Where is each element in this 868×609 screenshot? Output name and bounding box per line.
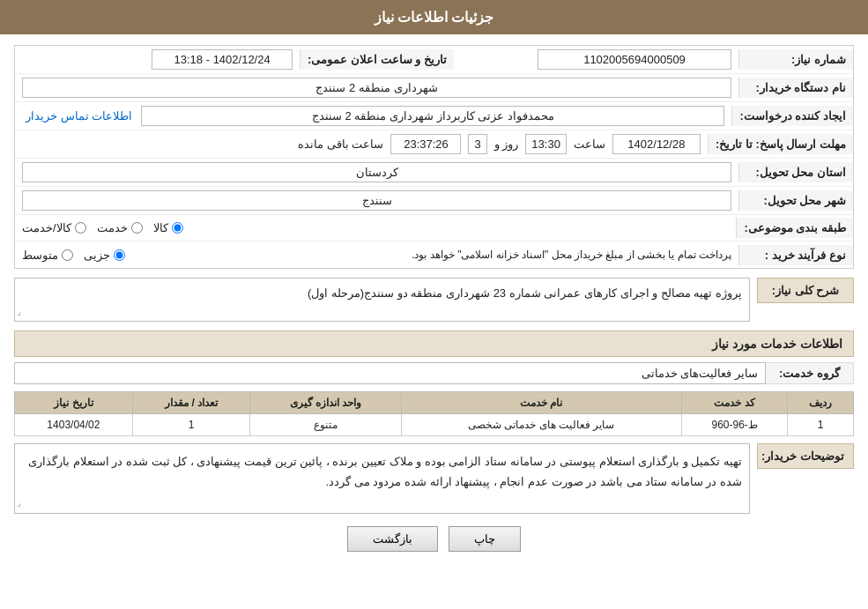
roz-label: روز و — [494, 137, 519, 151]
ijad-konande-link[interactable]: اطلاعات تماس خریدار — [26, 109, 132, 123]
tozihat-box: تهیه تکمیل و بارگذاری استعلام پیوستی در … — [14, 443, 750, 514]
table-body: 1 ط-96-960 سایر فعالیت های خدماتی شخصی م… — [15, 414, 854, 436]
table-header-row: ردیف کد خدمت نام خدمت واحد اندازه گیری ت… — [15, 392, 854, 414]
resize-handle[interactable]: ⌟ — [17, 304, 21, 319]
tarikh-elan-value-cell: 1402/12/24 - 13:18 — [15, 46, 300, 73]
radio-motavaset[interactable]: متوسط — [22, 249, 73, 262]
mohlat-value-cell: 1402/12/28 ساعت 13:30 روز و 3 23:37:26 س… — [15, 130, 708, 158]
ijad-value: محمدفواد عزتی کاربرداز شهرداری منطقه 2 س… — [141, 106, 724, 126]
radio-jozi-input[interactable] — [114, 249, 125, 261]
tarikh-elan-label: تاریخ و ساعت اعلان عمومی: — [300, 49, 454, 70]
col-radif: ردیف — [788, 392, 854, 414]
tabaqe-value-cell: کالا/خدمت خدمت کالا — [15, 218, 736, 238]
shahr-value: سنندج — [22, 190, 731, 211]
radio-khadamat-label: خدمت — [97, 221, 128, 234]
radio-kala-input[interactable] — [172, 222, 183, 234]
row-navoe: نوع فرآیند خرید : متوسط جزیی — [15, 241, 853, 268]
page-title: جزئیات اطلاعات نیاز — [375, 10, 494, 25]
radio-jozi[interactable]: جزیی — [84, 249, 125, 262]
radio-kala[interactable]: کالا — [153, 221, 183, 234]
radio-motavaset-label: متوسط — [22, 249, 58, 262]
radio-khadamat-input[interactable] — [131, 222, 143, 234]
ijad-label: ایجاد کننده درخواست: — [731, 106, 853, 126]
ostan-label: استان محل تحویل: — [738, 162, 853, 182]
col-vahed: واحد اندازه گیری — [250, 392, 401, 414]
ostan-value: کردستان — [22, 162, 731, 182]
shahr-label: شهر محل تحویل: — [738, 190, 853, 211]
radio-jozi-label: جزیی — [84, 249, 110, 262]
radio-kala-khadamat-input[interactable] — [75, 222, 86, 234]
cell-tedad: 1 — [132, 414, 250, 436]
page-header: جزئیات اطلاعات نیاز — [0, 0, 868, 34]
ostan-value-cell: کردستان — [15, 159, 738, 186]
cell-nam: سایر فعالیت های خدماتی شخصی — [401, 414, 681, 436]
shomara-niaz-value: 1102005694000509 — [538, 49, 731, 70]
gorohe-row: گروه خدمت: سایر فعالیت‌های خدماتی — [14, 362, 854, 384]
gorohe-label: گروه خدمت: — [766, 362, 854, 384]
dastgah-value-cell: شهرداری منطقه 2 سنندج — [15, 74, 738, 101]
radio-khadamat[interactable]: خدمت — [97, 221, 143, 234]
btn-bazgasht[interactable]: بازگشت — [347, 526, 438, 552]
col-kod: کد خدمت — [681, 392, 787, 414]
radio-kala-khadamat-label: کالا/خدمت — [22, 221, 71, 234]
main-info-section: شماره نیاز: 1102005694000509 تاریخ و ساع… — [14, 45, 854, 269]
services-table: ردیف کد خدمت نام خدمت واحد اندازه گیری ت… — [14, 391, 854, 436]
ijad-value-cell: محمدفواد عزتی کاربرداز شهرداری منطقه 2 س… — [15, 102, 731, 130]
row-mohlat: مهلت ارسال پاسخ: تا تاریخ: 1402/12/28 سا… — [15, 130, 853, 159]
saat-mande-label: ساعت باقی مانده — [298, 137, 383, 151]
cell-radif: 1 — [788, 414, 854, 436]
cell-tarikh: 1403/04/02 — [15, 414, 133, 436]
col-tarikh: تاریخ نیاز — [15, 392, 133, 414]
sharh-label: شرح کلی نیاز: — [757, 278, 854, 303]
tozihat-row: توضیحات خریدار: تهیه تکمیل و بارگذاری اس… — [14, 443, 854, 514]
mohlat-label: مهلت ارسال پاسخ: تا تاریخ: — [708, 134, 853, 154]
resize-handle-2[interactable]: ⌟ — [17, 495, 21, 511]
col-tedad: تعداد / مقدار — [132, 392, 250, 414]
cell-kod: ط-96-960 — [681, 414, 787, 436]
row-ostan: استان محل تحویل: کردستان — [15, 159, 853, 187]
radio-kala-khadamat[interactable]: کالا/خدمت — [22, 221, 86, 234]
col-nam: نام خدمت — [401, 392, 681, 414]
saat-value: 13:30 — [525, 134, 567, 154]
button-row: چاپ بازگشت — [14, 526, 854, 566]
date-value: 1402/12/28 — [612, 134, 701, 154]
saat-label: ساعت — [574, 137, 605, 151]
navoe-value-cell: متوسط جزیی پرداخت تمام یا بخشی از مبلغ خ… — [15, 245, 738, 265]
navoe-description: پرداخت تمام یا بخشی از مبلغ خریداز محل "… — [136, 249, 731, 261]
sharh-box: پروژه تهیه مصالح و اجرای کارهای عمرانی ش… — [14, 278, 750, 322]
row-ijad: ایجاد کننده درخواست: محمدفواد عزتی کاربر… — [15, 102, 853, 130]
row-dastgah: نام دستگاه خریدار: شهرداری منطقه 2 سنندج — [15, 74, 853, 102]
khadamat-section-header: اطلاعات خدمات مورد نیاز — [14, 330, 854, 357]
radio-kala-label: کالا — [153, 221, 168, 234]
shomara-label: شماره نیاز: — [738, 49, 853, 70]
dastgah-value: شهرداری منطقه 2 سنندج — [22, 78, 731, 98]
row-shahr: شهر محل تحویل: سنندج — [15, 187, 853, 215]
timer-value: 23:37:26 — [390, 134, 461, 154]
cell-vahed: متنوع — [250, 414, 401, 436]
dastgah-label: نام دستگاه خریدار: — [738, 78, 853, 98]
sharh-value: پروژه تهیه مصالح و اجرای کارهای عمرانی ش… — [308, 286, 742, 300]
tarikh-elan-value: 1402/12/24 - 13:18 — [152, 49, 293, 70]
table-row: 1 ط-96-960 سایر فعالیت های خدماتی شخصی م… — [15, 414, 854, 436]
shomara-value-cell: 1102005694000509 — [454, 46, 738, 73]
tozihat-label: توضیحات خریدار: — [757, 443, 854, 469]
tabaqe-label: طبقه بندی موضوعی: — [736, 218, 853, 238]
row-shomara: شماره نیاز: 1102005694000509 تاریخ و ساع… — [15, 46, 853, 74]
gorohe-value: سایر فعالیت‌های خدماتی — [14, 362, 766, 384]
timer-row: 1402/12/28 ساعت 13:30 روز و 3 23:37:26 س… — [22, 134, 701, 154]
shahr-value-cell: سنندج — [15, 187, 738, 214]
radio-motavaset-input[interactable] — [62, 249, 73, 261]
roz-value: 3 — [468, 134, 486, 154]
btn-chap[interactable]: چاپ — [449, 526, 521, 552]
navoe-label: نوع فرآیند خرید : — [738, 245, 853, 265]
row-tabaqe: طبقه بندی موضوعی: کالا/خدمت خدمت کالا — [15, 215, 853, 241]
tozihat-value: تهیه تکمیل و بارگذاری استعلام پیوستی در … — [28, 455, 742, 488]
sharh-row: شرح کلی نیاز: پروژه تهیه مصالح و اجرای ک… — [14, 278, 854, 322]
